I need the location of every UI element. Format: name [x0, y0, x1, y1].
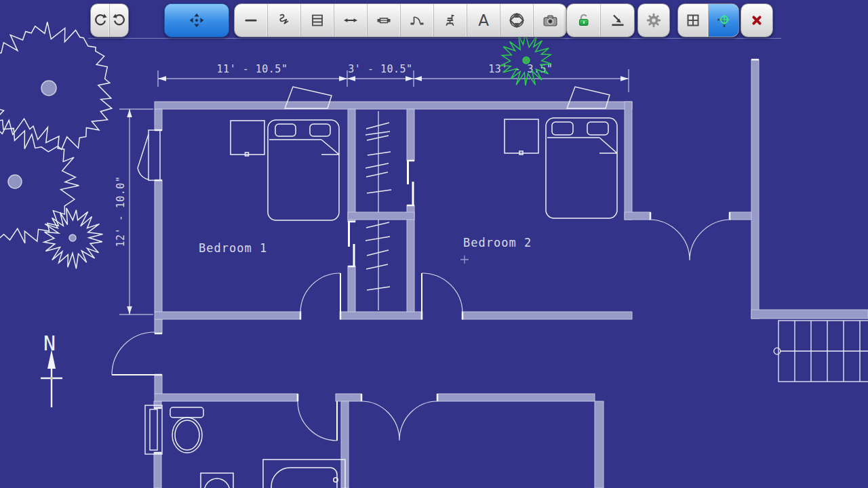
door-tool-button[interactable]	[401, 4, 434, 37]
compass-center-dot	[50, 377, 53, 380]
line-tool-button[interactable]	[235, 4, 268, 37]
wall	[155, 180, 162, 312]
bed-2-blanket	[547, 138, 617, 153]
window-tool-button[interactable]	[368, 4, 401, 37]
wall	[155, 312, 300, 319]
wall	[751, 310, 868, 319]
text-icon: A	[478, 13, 489, 28]
compass: N	[41, 331, 62, 407]
redo-button[interactable]	[110, 4, 128, 37]
toolbar-group-draw-tools: A	[234, 3, 567, 37]
stair-rail-end	[774, 348, 781, 354]
dimension-tool-button[interactable]	[334, 4, 368, 37]
wall	[625, 102, 632, 220]
wall	[336, 394, 361, 401]
wall	[155, 109, 162, 130]
pan-arrows-icon	[188, 12, 205, 29]
double-door-arcs	[649, 220, 731, 260]
wall	[730, 212, 753, 220]
undo-button[interactable]	[91, 4, 110, 37]
toolbar-group-close	[741, 3, 773, 37]
tracking-button[interactable]	[709, 4, 738, 37]
toolbar-group-settings	[637, 3, 670, 37]
close-button[interactable]	[741, 4, 772, 37]
wall	[625, 212, 650, 220]
plan-canvas[interactable]: 11' - 10.5" 3' - 10.5" 13' - 3.5" 12' - …	[0, 0, 868, 488]
bedroom1-door-arc	[300, 273, 340, 313]
window-bathroom-sash	[150, 409, 157, 450]
photo-tool-button[interactable]	[534, 4, 566, 37]
bed-2	[546, 118, 617, 218]
wall	[462, 312, 632, 319]
compass-label: N	[43, 331, 56, 355]
symbol-tool-button[interactable]	[500, 4, 534, 37]
crosshair-icon	[715, 12, 732, 29]
bed-2-pillow	[587, 122, 608, 135]
toilet-bowl	[172, 418, 202, 453]
pan-button[interactable]	[165, 4, 229, 37]
chair-icon	[442, 12, 458, 28]
walls	[154, 60, 868, 488]
bathtub-inner	[271, 468, 337, 488]
wall	[407, 205, 414, 312]
app-window: 11' - 10.5" 3' - 10.5" 13' - 3.5" 12' - …	[0, 0, 868, 488]
dim-label-1: 11' - 10.5"	[217, 63, 288, 75]
closets	[349, 111, 414, 310]
dim-arrows	[127, 76, 629, 314]
sink-basin	[204, 479, 230, 488]
wall	[751, 60, 759, 319]
toolbar-group-history	[90, 3, 129, 37]
furniture-tool-button[interactable]	[434, 4, 467, 37]
sketch-tool-button[interactable]	[268, 4, 301, 37]
text-tool-button[interactable]: A	[467, 4, 500, 37]
hall-double-door-arcs	[361, 401, 437, 441]
wall	[155, 319, 162, 333]
cursor-cross	[460, 256, 469, 264]
settings-button[interactable]	[638, 4, 669, 37]
close-x-icon	[749, 13, 764, 28]
dimensions: 11' - 10.5" 3' - 10.5" 13' - 3.5" 12' - …	[115, 63, 629, 314]
room-label-bedroom2: Bedroom 2	[463, 236, 532, 249]
sketch-icon	[276, 12, 292, 28]
redo-icon	[111, 12, 127, 28]
bathtub	[263, 460, 345, 488]
wall-icon	[309, 12, 326, 28]
toolbar-group-view	[677, 3, 739, 37]
wall	[595, 401, 604, 488]
wall	[155, 375, 162, 394]
wall	[348, 266, 355, 312]
wall	[155, 394, 298, 401]
bed-1-blanket	[269, 140, 339, 155]
wall	[348, 212, 414, 220]
nightstand-2	[505, 119, 538, 153]
wall	[348, 109, 355, 222]
stairs	[774, 321, 868, 382]
tree-trunk	[523, 57, 530, 64]
toolbar-group-pan	[164, 3, 229, 37]
compass-arrow-shaft	[41, 367, 62, 407]
wall-tool-button[interactable]	[301, 4, 334, 37]
wall	[407, 109, 414, 161]
toilet-bowl-inner	[175, 420, 199, 450]
lock-button[interactable]	[567, 4, 601, 37]
wall	[155, 102, 632, 109]
grid-button[interactable]	[678, 4, 709, 37]
tree-trunk	[41, 81, 56, 96]
gear-icon	[645, 12, 663, 29]
trees	[0, 22, 551, 268]
bed-2-pillow	[552, 122, 573, 135]
tree-trunk	[8, 175, 22, 188]
dim-label-2: 3' - 10.5"	[348, 63, 412, 75]
bathroom-door-arc	[298, 401, 337, 441]
window-bathroom	[145, 405, 162, 454]
snap-button[interactable]	[601, 4, 634, 37]
room-label-bedroom1: Bedroom 1	[199, 241, 267, 255]
toilet-tank	[170, 407, 203, 418]
window-icon	[376, 12, 392, 28]
window-bedroom1	[149, 130, 160, 180]
snap-icon	[610, 12, 626, 28]
bed-1-pillow	[310, 124, 330, 136]
wall	[154, 401, 161, 408]
line-icon	[243, 12, 259, 28]
toolbar-group-lock-snap	[566, 3, 635, 37]
